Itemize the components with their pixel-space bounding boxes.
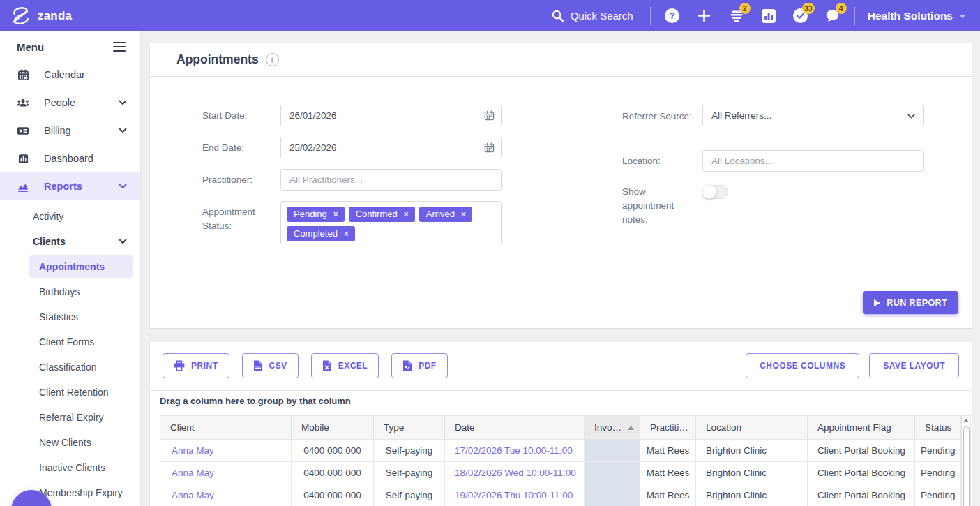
appointment-status-multiselect[interactable]: Pending× Confirmed× Arrived× Completed×	[280, 201, 502, 244]
table-row-cell-date: 19/02/2026 Thu 10:00-11:00	[445, 484, 585, 506]
group-by-dropzone[interactable]: Drag a column here to group by that colu…	[150, 390, 972, 412]
csv-export-button[interactable]: CSV	[242, 353, 299, 378]
sidebar-item-inactive-clients[interactable]: Inactive Clients	[29, 455, 140, 480]
table-row-cell-location: Brighton Clinic	[696, 440, 808, 462]
reports-dashboard-button[interactable]	[761, 8, 776, 24]
practitioner-input[interactable]	[281, 170, 501, 189]
table-row-cell-status: Pending	[915, 440, 961, 462]
print-button[interactable]: PRINT	[163, 353, 229, 378]
practitioner-field-wrap	[280, 169, 502, 191]
client-link[interactable]: Anna May	[172, 468, 214, 478]
sidebar-item-calendar[interactable]: Calendar	[0, 61, 140, 89]
scrollbar-thumb[interactable]	[963, 426, 970, 506]
sidebar-item-statistics[interactable]: Statistics	[29, 304, 140, 329]
column-header-client[interactable]: Client	[160, 416, 292, 440]
brand-name: zanda	[38, 9, 72, 23]
info-icon[interactable]: i	[266, 53, 279, 66]
sidebar-item-birthdays[interactable]: Birthdays	[29, 279, 140, 304]
status-tag-label: Arrived	[426, 209, 455, 219]
reports-chart-icon	[17, 180, 29, 193]
help-icon: ?	[665, 8, 679, 23]
table-row-cell-type: Self-paying	[374, 440, 445, 462]
referrer-source-select[interactable]: All Referrers...	[702, 105, 924, 126]
sidebar-item-clients[interactable]: Clients	[20, 229, 140, 254]
layout-buttons: CHOOSE COLUMNS SAVE LAYOUT	[736, 353, 959, 378]
column-header-type[interactable]: Type	[374, 416, 445, 440]
account-name: Health Solutions	[868, 10, 953, 22]
plus-icon	[698, 9, 711, 22]
table-row-cell-location: Brighton Clinic	[696, 484, 808, 506]
appointment-link[interactable]: 19/02/2026 Thu 10:00-11:00	[455, 490, 573, 500]
client-link[interactable]: Anna May	[172, 490, 214, 500]
calendar-picker-icon[interactable]	[484, 142, 495, 153]
tasks-button[interactable]: 33	[793, 8, 808, 24]
sidebar-item-billing[interactable]: Billing	[0, 117, 140, 144]
show-notes-toggle[interactable]	[702, 185, 728, 199]
sidebar-item-people[interactable]: People	[0, 89, 140, 117]
pdf-label: PDF	[419, 361, 437, 371]
column-header-appointment-flag[interactable]: Appointment Flag	[808, 416, 915, 440]
table-row-cell-mobile: 0400 000 000	[292, 440, 374, 462]
run-report-button[interactable]: RUN REPORT	[863, 291, 958, 314]
chevron-down-icon	[907, 114, 915, 119]
sidebar-item-new-clients[interactable]: New Clients	[29, 430, 140, 455]
column-header-mobile[interactable]: Mobile	[292, 416, 374, 440]
print-label: PRINT	[191, 361, 218, 371]
chevron-down-icon	[119, 184, 127, 189]
sidebar-item-label: Inactive Clients	[39, 462, 105, 473]
sidebar-item-client-retention[interactable]: Client Retention	[29, 380, 140, 405]
results-grid: Client Mobile Type Date Invoice Practiti…	[160, 415, 961, 506]
results-table: Client Mobile Type Date Invoice Practiti…	[160, 415, 971, 506]
sidebar-item-dashboard[interactable]: Dashboard	[0, 144, 140, 172]
status-tag-confirmed: Confirmed×	[349, 207, 415, 222]
column-header-location[interactable]: Location	[696, 416, 808, 440]
column-header-status[interactable]: Status	[915, 416, 961, 440]
report-results-card: PRINT CSV EXCEL PDF CHOOSE COLUMNS SAVE …	[150, 342, 972, 506]
start-date-input[interactable]	[281, 106, 501, 125]
column-header-invoice[interactable]: Invoice	[585, 416, 640, 440]
calendar-picker-icon[interactable]	[484, 110, 495, 121]
quick-search[interactable]: Quick Search	[551, 9, 633, 22]
sidebar-item-appointments[interactable]: Appointments	[29, 255, 133, 278]
status-tag-label: Completed	[294, 228, 338, 239]
table-row-cell-invoice	[585, 462, 640, 484]
zanda-logo[interactable]: zanda	[10, 6, 72, 27]
column-header-date[interactable]: Date	[445, 416, 585, 440]
add-new-button[interactable]	[697, 8, 712, 24]
sidebar: Menu Calendar People Billing Dashboard	[0, 31, 140, 506]
sidebar-item-activity[interactable]: Activity	[20, 204, 140, 229]
help-button[interactable]: ?	[665, 8, 680, 24]
client-link[interactable]: Anna May	[172, 445, 214, 456]
scroll-up-icon[interactable]	[963, 416, 969, 425]
table-row-cell-type: Self-paying	[374, 484, 445, 506]
remove-tag-icon[interactable]: ×	[404, 210, 409, 218]
sidebar-item-client-forms[interactable]: Client Forms	[29, 329, 140, 355]
excel-label: EXCEL	[338, 361, 368, 371]
sidebar-item-referral-expiry[interactable]: Referral Expiry	[29, 405, 140, 430]
appointment-link[interactable]: 18/02/2026 Wed 10:00-11:00	[455, 468, 576, 478]
csv-file-icon	[253, 360, 263, 371]
location-input[interactable]	[703, 151, 923, 170]
table-row-cell-invoice	[585, 484, 640, 506]
remove-tag-icon[interactable]: ×	[461, 210, 466, 218]
run-report-label: RUN REPORT	[887, 298, 947, 308]
pdf-export-button[interactable]: PDF	[391, 353, 448, 378]
appointment-link[interactable]: 17/02/2026 Tue 10:00-11:00	[455, 445, 573, 456]
messages-button[interactable]: 4	[825, 8, 840, 24]
end-date-input[interactable]	[281, 138, 501, 157]
column-header-practitioner[interactable]: Practitioner	[640, 416, 696, 440]
save-layout-button[interactable]: SAVE LAYOUT	[869, 353, 959, 378]
choose-columns-button[interactable]: CHOOSE COLUMNS	[746, 353, 859, 378]
table-row-cell-date: 18/02/2026 Wed 10:00-11:00	[445, 462, 585, 484]
excel-export-button[interactable]: EXCEL	[311, 353, 379, 378]
sidebar-item-classification[interactable]: Classification	[29, 355, 140, 380]
account-menu[interactable]: Health Solutions	[868, 10, 966, 22]
filters-button[interactable]: 2	[729, 8, 744, 24]
remove-tag-icon[interactable]: ×	[333, 210, 338, 218]
vertical-scrollbar[interactable]	[961, 415, 971, 506]
remove-tag-icon[interactable]: ×	[344, 230, 349, 238]
zanda-scribble-icon	[10, 6, 31, 27]
topbar-right: Quick Search ? 2	[551, 7, 980, 25]
hamburger-icon[interactable]	[112, 40, 127, 54]
sidebar-item-reports[interactable]: Reports	[0, 172, 140, 200]
